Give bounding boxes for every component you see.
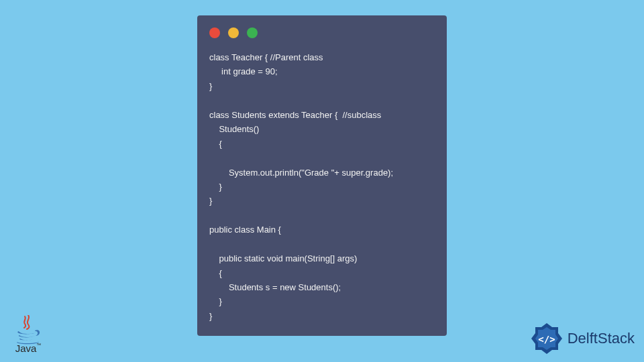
- close-icon: [209, 27, 220, 38]
- minimize-icon: [228, 27, 239, 38]
- delftstack-label: DelftStack: [568, 330, 635, 347]
- java-cup-icon: [13, 315, 43, 345]
- delftstack-logo-icon: </>: [530, 322, 564, 355]
- code-block: class Teacher { //Parent class int grade…: [209, 50, 435, 323]
- java-label: Java™: [15, 343, 42, 354]
- maximize-icon: [247, 27, 258, 38]
- delftstack-brand: </> DelftStack: [530, 322, 635, 355]
- java-logo: Java™: [12, 315, 44, 357]
- svg-text:</>: </>: [538, 334, 555, 345]
- window-controls: [209, 27, 435, 38]
- code-window: class Teacher { //Parent class int grade…: [197, 15, 447, 336]
